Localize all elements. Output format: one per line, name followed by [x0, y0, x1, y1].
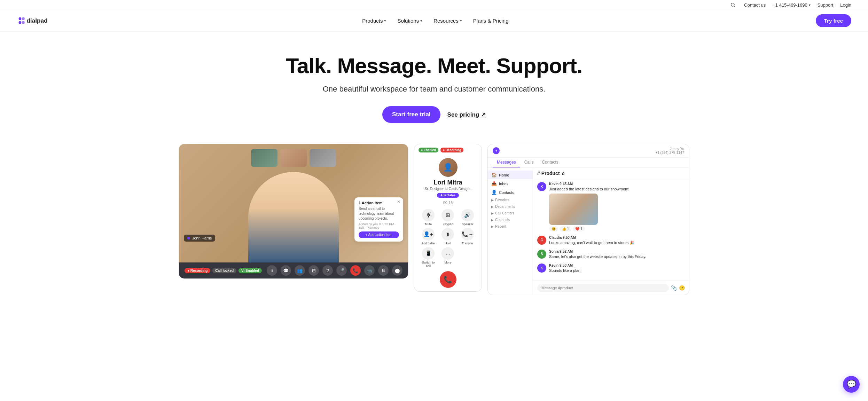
video-bottom-bar: ● Recording Call locked Vi Enabled ℹ 💬 👥… [179, 262, 408, 278]
msg-meta-4: Kevin 9:53 AM [549, 264, 581, 267]
person-name: John Harris [192, 236, 212, 240]
svg-point-4 [22, 17, 25, 20]
msg-reactions-1: 😊 👍 1 ❤️ 1 [549, 226, 630, 231]
products-chevron: ▾ [384, 18, 386, 23]
messaging-card: ✦ Jenny Yu +1 (264) 279-1147 Messages Ca… [487, 144, 689, 295]
add-caller-action[interactable]: 👤+ Add caller [419, 228, 437, 245]
channel-name: # Product ☆ [537, 171, 565, 176]
popup-close-icon[interactable]: ✕ [397, 199, 400, 204]
phone-header: ● Enabled ● Recording [414, 144, 482, 155]
hero-section: Talk. Message. Meet. Support. One beauti… [0, 32, 868, 137]
chat-button[interactable]: 💬 [281, 265, 291, 276]
sidebar-item-contacts[interactable]: 👤 Contacts [488, 188, 533, 197]
vi-badge: Vi Enabled [238, 268, 262, 273]
end-call-button[interactable]: 📞 [440, 271, 456, 288]
msg-text-1: Just added the latest designs to our sho… [549, 187, 630, 192]
end-call-button[interactable]: 📞 [350, 265, 361, 276]
recent-label: Recent [495, 225, 506, 228]
login-link[interactable]: Login [840, 2, 851, 8]
try-free-button[interactable]: Try free [816, 14, 851, 27]
msg-topbar: ✦ Jenny Yu +1 (264) 279-1147 [488, 144, 689, 158]
msg-meta-2: Claudia 9:50 AM [549, 236, 634, 239]
hold-action[interactable]: ⏸ Hold [439, 228, 457, 245]
add-caller-label: Add caller [421, 242, 435, 245]
apps-button[interactable]: ⊞ [308, 265, 319, 276]
msg-body-4: Kevin 9:53 AM Sounds like a plan! [549, 264, 581, 273]
help-button[interactable]: ? [322, 265, 333, 276]
reaction-3[interactable]: ❤️ 1 [573, 226, 585, 231]
person-label: John Harris [184, 235, 215, 242]
sidebar-cat-departments[interactable]: ▶ Departments [488, 203, 533, 210]
screen-share-button[interactable]: 🖥 [378, 265, 389, 276]
svg-line-1 [734, 6, 735, 7]
nav-pricing[interactable]: Plans & Pricing [473, 18, 509, 24]
info-button[interactable]: ℹ [267, 265, 277, 276]
mute-action[interactable]: 🎙 Mute [419, 209, 437, 226]
start-free-trial-button[interactable]: Start free trial [382, 106, 440, 123]
more-action[interactable]: ··· More [439, 247, 457, 268]
attachment-icon[interactable]: 📎 [671, 285, 677, 291]
caller-title: Sr. Designer at Oasis Designs [414, 187, 482, 191]
top-bar-links: Contact us +1 415-469-1690 ▾ Support Log… [744, 2, 851, 8]
msg-body-1: Kevin 9:45 AM Just added the latest desi… [549, 182, 630, 231]
reaction-1[interactable]: 😊 [549, 226, 558, 231]
contact-link[interactable]: Contact us [744, 2, 766, 8]
svg-text:dialpad: dialpad [26, 17, 47, 24]
call-actions-top: 🎙 Mute ⊞ Keypad 🔊 Speaker [414, 206, 482, 227]
msg-body: 🏠 Home 📥 Inbox 👤 Contacts ▶ Favorites ▶ [488, 168, 689, 295]
inbox-label: Inbox [499, 182, 508, 186]
msg-topbar-left: ✦ [493, 147, 500, 154]
tab-calls[interactable]: Calls [520, 158, 538, 167]
video-badges: ● Recording Call locked Vi Enabled [185, 268, 262, 273]
reaction-2[interactable]: 👍 1 [560, 226, 571, 231]
keypad-action[interactable]: ⊞ Keypad [439, 209, 457, 226]
tab-messages[interactable]: Messages [493, 158, 520, 167]
nav-products[interactable]: Products ▾ [362, 18, 386, 24]
avatar-kevin-1: K [537, 182, 546, 191]
svg-point-0 [731, 3, 734, 6]
hero-buttons: Start free trial See pricing ↗ [17, 106, 851, 123]
mic-button[interactable]: 🎤 [336, 265, 347, 276]
transfer-action[interactable]: 📞→ Transfer [459, 228, 477, 245]
mute-label: Mute [425, 222, 432, 226]
msg-main: # Product ☆ K Kevin 9:45 AM Just added t… [533, 168, 689, 295]
search-icon[interactable] [730, 2, 736, 8]
logo[interactable]: dialpad [17, 15, 55, 26]
msg-body-3: Sonia 9:52 AM Same, let's also get the w… [549, 250, 646, 259]
add-action-item-button[interactable]: + Add action item [359, 231, 399, 238]
msg-meta-3: Sonia 9:52 AM [549, 250, 646, 253]
thumb-3 [310, 149, 336, 167]
msg-meta-1: Kevin 9:45 AM [549, 182, 630, 186]
record-button[interactable]: ⬤ [392, 265, 402, 276]
message-4: K Kevin 9:53 AM Sounds like a plan! [537, 264, 685, 273]
sidebar-cat-callcenters[interactable]: ▶ Call Centers [488, 210, 533, 217]
phone-call-card: ● Enabled ● Recording 👤 Lori Mitra Sr. D… [414, 144, 482, 292]
see-pricing-button[interactable]: See pricing ↗ [447, 111, 486, 118]
switch-action[interactable]: 📱 Switch to cell [419, 247, 437, 268]
message-input[interactable] [537, 284, 669, 292]
emoji-icon[interactable]: 🙂 [679, 285, 685, 291]
switch-icon: 📱 [422, 247, 435, 260]
svg-point-2 [19, 17, 22, 20]
nav-resources[interactable]: Resources ▾ [433, 18, 462, 24]
sidebar-cat-recent[interactable]: ▶ Recent [488, 223, 533, 230]
sidebar-cat-channels[interactable]: ▶ Channels [488, 217, 533, 223]
nav-solutions[interactable]: Solutions ▾ [397, 18, 422, 24]
resources-chevron: ▾ [460, 18, 462, 23]
recording-badge: ● Recording [440, 148, 463, 152]
mute-icon: 🎙 [422, 209, 435, 221]
top-bar: Contact us +1 415-469-1690 ▾ Support Log… [0, 0, 868, 10]
participants-button[interactable]: 👥 [295, 265, 305, 276]
msg-text-3: Same, let's also get the website updates… [549, 254, 646, 259]
sidebar-item-home[interactable]: 🏠 Home [488, 171, 533, 179]
tab-contacts[interactable]: Contacts [538, 158, 562, 167]
message-1: K Kevin 9:45 AM Just added the latest de… [537, 182, 685, 231]
phone-dropdown[interactable]: +1 415-469-1690 ▾ [773, 2, 810, 8]
sidebar-cat-favorites[interactable]: ▶ Favorites [488, 197, 533, 203]
support-link[interactable]: Support [818, 2, 834, 8]
video-button[interactable]: 📹 [364, 265, 375, 276]
speaker-action[interactable]: 🔊 Speaker [459, 209, 477, 226]
popup-body: Send an email to technology team about u… [359, 206, 399, 221]
svg-point-3 [19, 21, 22, 24]
sidebar-item-inbox[interactable]: 📥 Inbox [488, 179, 533, 188]
